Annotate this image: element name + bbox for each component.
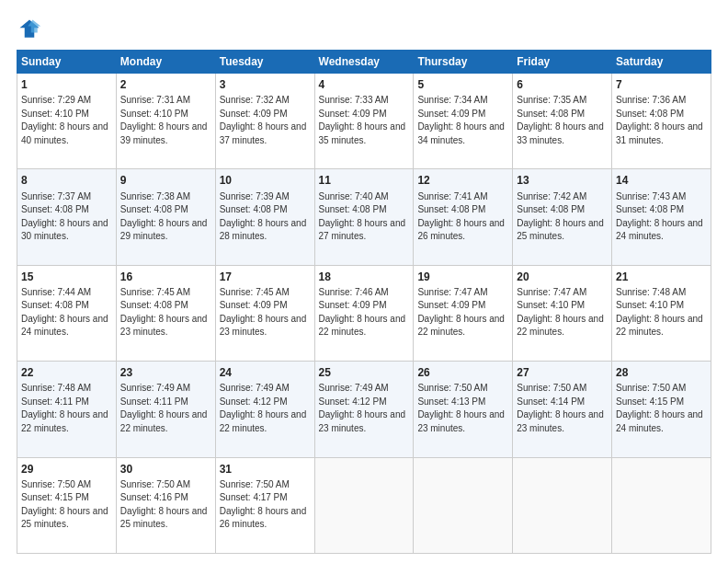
calendar-week-3: 15 Sunrise: 7:44 AMSunset: 4:08 PMDaylig… bbox=[17, 265, 711, 361]
day-info: Sunrise: 7:50 AMSunset: 4:17 PMDaylight:… bbox=[220, 479, 307, 530]
calendar-cell: 2 Sunrise: 7:31 AMSunset: 4:10 PMDayligh… bbox=[116, 74, 215, 169]
day-number: 6 bbox=[517, 77, 608, 92]
calendar-cell: 11 Sunrise: 7:40 AMSunset: 4:08 PMDaylig… bbox=[314, 169, 414, 265]
day-info: Sunrise: 7:42 AMSunset: 4:08 PMDaylight:… bbox=[517, 191, 604, 242]
day-info: Sunrise: 7:33 AMSunset: 4:09 PMDaylight:… bbox=[319, 95, 406, 145]
day-info: Sunrise: 7:50 AMSunset: 4:15 PMDaylight:… bbox=[21, 479, 108, 530]
day-info: Sunrise: 7:50 AMSunset: 4:15 PMDaylight:… bbox=[616, 383, 703, 433]
calendar-cell bbox=[612, 457, 711, 553]
day-info: Sunrise: 7:49 AMSunset: 4:12 PMDaylight:… bbox=[319, 383, 406, 433]
day-info: Sunrise: 7:49 AMSunset: 4:11 PMDaylight:… bbox=[120, 383, 208, 433]
day-number: 2 bbox=[120, 77, 211, 92]
day-header-tuesday: Tuesday bbox=[215, 51, 314, 74]
day-info: Sunrise: 7:38 AMSunset: 4:08 PMDaylight:… bbox=[120, 191, 208, 242]
day-number: 12 bbox=[417, 173, 508, 188]
day-info: Sunrise: 7:49 AMSunset: 4:12 PMDaylight:… bbox=[220, 383, 307, 433]
calendar-cell: 27 Sunrise: 7:50 AMSunset: 4:14 PMDaylig… bbox=[513, 362, 612, 457]
calendar-week-2: 8 Sunrise: 7:37 AMSunset: 4:08 PMDayligh… bbox=[17, 169, 711, 265]
day-info: Sunrise: 7:48 AMSunset: 4:11 PMDaylight:… bbox=[21, 383, 108, 433]
calendar-cell: 4 Sunrise: 7:33 AMSunset: 4:09 PMDayligh… bbox=[314, 74, 414, 169]
day-header-wednesday: Wednesday bbox=[314, 51, 414, 74]
day-number: 8 bbox=[21, 173, 112, 188]
day-number: 29 bbox=[21, 462, 112, 477]
calendar-cell: 14 Sunrise: 7:43 AMSunset: 4:08 PMDaylig… bbox=[612, 169, 711, 265]
calendar-cell: 6 Sunrise: 7:35 AMSunset: 4:08 PMDayligh… bbox=[513, 74, 612, 169]
calendar-cell: 24 Sunrise: 7:49 AMSunset: 4:12 PMDaylig… bbox=[215, 362, 314, 457]
calendar-week-1: 1 Sunrise: 7:29 AMSunset: 4:10 PMDayligh… bbox=[17, 74, 711, 169]
day-header-saturday: Saturday bbox=[612, 51, 711, 74]
calendar-cell: 25 Sunrise: 7:49 AMSunset: 4:12 PMDaylig… bbox=[314, 362, 414, 457]
calendar-cell: 7 Sunrise: 7:36 AMSunset: 4:08 PMDayligh… bbox=[612, 74, 711, 169]
calendar-cell: 23 Sunrise: 7:49 AMSunset: 4:11 PMDaylig… bbox=[116, 362, 215, 457]
calendar-cell: 9 Sunrise: 7:38 AMSunset: 4:08 PMDayligh… bbox=[116, 169, 215, 265]
day-info: Sunrise: 7:34 AMSunset: 4:09 PMDaylight:… bbox=[417, 95, 505, 145]
calendar-cell: 21 Sunrise: 7:48 AMSunset: 4:10 PMDaylig… bbox=[612, 265, 711, 361]
calendar-cell: 13 Sunrise: 7:42 AMSunset: 4:08 PMDaylig… bbox=[513, 169, 612, 265]
header bbox=[17, 17, 711, 42]
day-number: 4 bbox=[319, 77, 410, 92]
day-info: Sunrise: 7:39 AMSunset: 4:08 PMDaylight:… bbox=[220, 191, 307, 242]
calendar-week-4: 22 Sunrise: 7:48 AMSunset: 4:11 PMDaylig… bbox=[17, 362, 711, 457]
calendar-cell: 26 Sunrise: 7:50 AMSunset: 4:13 PMDaylig… bbox=[414, 362, 513, 457]
calendar-cell: 17 Sunrise: 7:45 AMSunset: 4:09 PMDaylig… bbox=[215, 265, 314, 361]
day-header-monday: Monday bbox=[116, 51, 215, 74]
day-number: 23 bbox=[120, 365, 211, 380]
logo bbox=[17, 17, 46, 42]
calendar-cell bbox=[414, 457, 513, 553]
day-number: 14 bbox=[616, 173, 707, 188]
day-number: 9 bbox=[120, 173, 211, 188]
day-info: Sunrise: 7:50 AMSunset: 4:16 PMDaylight:… bbox=[120, 479, 208, 530]
day-info: Sunrise: 7:40 AMSunset: 4:08 PMDaylight:… bbox=[319, 191, 406, 242]
day-info: Sunrise: 7:32 AMSunset: 4:09 PMDaylight:… bbox=[220, 95, 307, 145]
day-info: Sunrise: 7:45 AMSunset: 4:09 PMDaylight:… bbox=[220, 287, 307, 338]
day-number: 21 bbox=[616, 270, 707, 284]
calendar-cell: 8 Sunrise: 7:37 AMSunset: 4:08 PMDayligh… bbox=[17, 169, 117, 265]
day-number: 31 bbox=[220, 462, 311, 477]
calendar-cell: 10 Sunrise: 7:39 AMSunset: 4:08 PMDaylig… bbox=[215, 169, 314, 265]
day-number: 10 bbox=[220, 173, 311, 188]
day-number: 3 bbox=[220, 77, 311, 92]
logo-icon bbox=[17, 17, 42, 42]
day-header-thursday: Thursday bbox=[414, 51, 513, 74]
day-header-sunday: Sunday bbox=[17, 51, 117, 74]
day-number: 24 bbox=[220, 365, 311, 380]
day-number: 26 bbox=[417, 365, 508, 380]
calendar-cell bbox=[314, 457, 414, 553]
day-info: Sunrise: 7:44 AMSunset: 4:08 PMDaylight:… bbox=[21, 287, 108, 338]
page: SundayMondayTuesdayWednesdayThursdayFrid… bbox=[0, 0, 728, 563]
calendar-cell: 12 Sunrise: 7:41 AMSunset: 4:08 PMDaylig… bbox=[414, 169, 513, 265]
day-number: 28 bbox=[616, 365, 707, 380]
day-number: 19 bbox=[417, 270, 508, 284]
calendar-cell: 18 Sunrise: 7:46 AMSunset: 4:09 PMDaylig… bbox=[314, 265, 414, 361]
day-info: Sunrise: 7:41 AMSunset: 4:08 PMDaylight:… bbox=[417, 191, 505, 242]
day-number: 1 bbox=[21, 77, 112, 92]
day-number: 18 bbox=[319, 270, 410, 284]
calendar-cell: 30 Sunrise: 7:50 AMSunset: 4:16 PMDaylig… bbox=[116, 457, 215, 553]
calendar-cell: 5 Sunrise: 7:34 AMSunset: 4:09 PMDayligh… bbox=[414, 74, 513, 169]
day-number: 30 bbox=[120, 462, 211, 477]
calendar-header-row: SundayMondayTuesdayWednesdayThursdayFrid… bbox=[17, 51, 711, 74]
day-info: Sunrise: 7:45 AMSunset: 4:08 PMDaylight:… bbox=[120, 287, 208, 338]
day-number: 20 bbox=[517, 270, 608, 284]
day-header-friday: Friday bbox=[513, 51, 612, 74]
calendar-cell: 31 Sunrise: 7:50 AMSunset: 4:17 PMDaylig… bbox=[215, 457, 314, 553]
day-info: Sunrise: 7:43 AMSunset: 4:08 PMDaylight:… bbox=[616, 191, 703, 242]
day-info: Sunrise: 7:36 AMSunset: 4:08 PMDaylight:… bbox=[616, 95, 703, 145]
day-number: 7 bbox=[616, 77, 707, 92]
day-info: Sunrise: 7:37 AMSunset: 4:08 PMDaylight:… bbox=[21, 191, 108, 242]
day-number: 22 bbox=[21, 365, 112, 380]
calendar-cell bbox=[513, 457, 612, 553]
day-info: Sunrise: 7:50 AMSunset: 4:14 PMDaylight:… bbox=[517, 383, 604, 433]
day-info: Sunrise: 7:35 AMSunset: 4:08 PMDaylight:… bbox=[517, 95, 604, 145]
calendar-week-5: 29 Sunrise: 7:50 AMSunset: 4:15 PMDaylig… bbox=[17, 457, 711, 553]
day-number: 25 bbox=[319, 365, 410, 380]
calendar-cell: 20 Sunrise: 7:47 AMSunset: 4:10 PMDaylig… bbox=[513, 265, 612, 361]
day-info: Sunrise: 7:47 AMSunset: 4:09 PMDaylight:… bbox=[417, 287, 505, 338]
calendar-cell: 22 Sunrise: 7:48 AMSunset: 4:11 PMDaylig… bbox=[17, 362, 117, 457]
day-info: Sunrise: 7:31 AMSunset: 4:10 PMDaylight:… bbox=[120, 95, 208, 145]
day-info: Sunrise: 7:48 AMSunset: 4:10 PMDaylight:… bbox=[616, 287, 703, 338]
calendar-cell: 28 Sunrise: 7:50 AMSunset: 4:15 PMDaylig… bbox=[612, 362, 711, 457]
day-info: Sunrise: 7:46 AMSunset: 4:09 PMDaylight:… bbox=[319, 287, 406, 338]
day-info: Sunrise: 7:47 AMSunset: 4:10 PMDaylight:… bbox=[517, 287, 604, 338]
calendar-cell: 19 Sunrise: 7:47 AMSunset: 4:09 PMDaylig… bbox=[414, 265, 513, 361]
